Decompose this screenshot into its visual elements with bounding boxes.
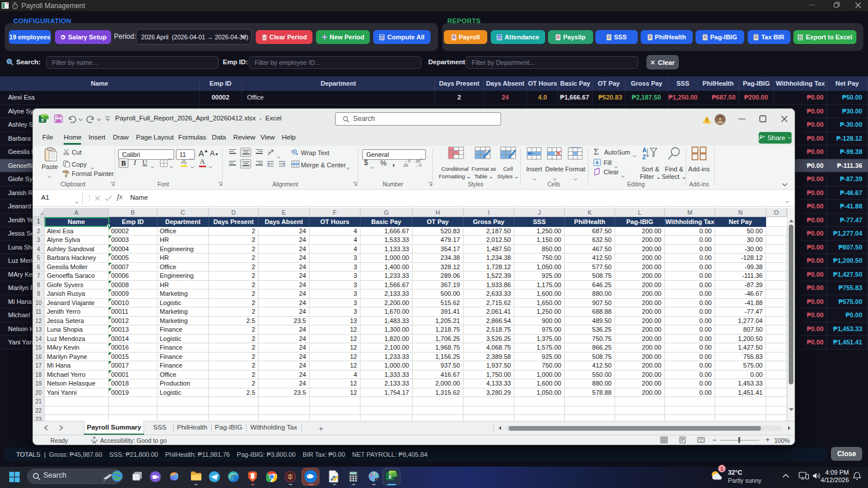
svg-text:x: x: [41, 117, 44, 123]
svg-text:.00: .00: [403, 163, 408, 167]
svg-text:i: i: [14, 5, 15, 8]
svg-text:x: x: [388, 474, 392, 480]
svg-text:→0: →0: [415, 163, 422, 167]
svg-text:A: A: [642, 147, 646, 153]
svg-text:Z: Z: [642, 154, 646, 160]
svg-text:ab: ab: [291, 148, 297, 154]
